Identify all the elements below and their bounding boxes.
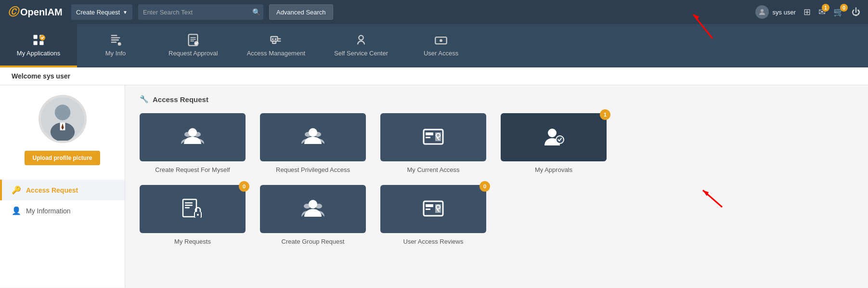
svg-point-23 bbox=[440, 39, 442, 42]
user-access-reviews-badge: 0 bbox=[479, 181, 490, 192]
card-label-user-access-reviews: User Access Reviews bbox=[403, 238, 464, 245]
info-icon bbox=[109, 33, 122, 47]
access-management-icon bbox=[269, 33, 283, 47]
grid-menu-button[interactable]: ⊞ bbox=[803, 7, 811, 17]
logo-text: OpenIAM bbox=[20, 7, 63, 18]
nav-item-my-info[interactable]: My Info bbox=[77, 24, 154, 67]
nav-item-user-access[interactable]: User Access bbox=[402, 24, 479, 67]
card-label-my-approvals: My Approvals bbox=[535, 166, 572, 173]
main-nav: My Applications My Info bbox=[0, 24, 868, 67]
advanced-search-button[interactable]: Advanced Search bbox=[269, 4, 333, 20]
person-group3-icon bbox=[299, 196, 326, 223]
service-icon bbox=[354, 33, 368, 47]
card-access2-icon bbox=[421, 196, 446, 222]
nav-label-self-service-center: Self Service Center bbox=[334, 50, 388, 57]
nav-label-my-applications: My Applications bbox=[17, 50, 60, 57]
svg-point-30 bbox=[184, 132, 191, 137]
power-button[interactable]: ⏻ bbox=[852, 7, 860, 17]
svg-rect-36 bbox=[426, 132, 433, 135]
nav-item-my-applications[interactable]: My Applications bbox=[0, 24, 77, 67]
card-box-my-current-access[interactable] bbox=[380, 113, 486, 161]
svg-point-25 bbox=[54, 105, 70, 120]
search-wrap: 🔍 bbox=[138, 4, 263, 20]
svg-point-34 bbox=[314, 132, 321, 137]
card-box-user-access-reviews[interactable]: 0 bbox=[380, 185, 486, 233]
svg-rect-8 bbox=[111, 39, 119, 40]
svg-point-0 bbox=[761, 9, 764, 12]
main-layout: Upload profile picture 🔑 Access Request … bbox=[0, 85, 868, 288]
svg-rect-18 bbox=[272, 38, 274, 40]
key-icon: 🔑 bbox=[12, 185, 21, 195]
mail-button[interactable]: ✉ 1 bbox=[818, 7, 826, 17]
svg-point-48 bbox=[197, 214, 199, 216]
logo: Ⓒ OpenIAM bbox=[8, 5, 65, 19]
svg-rect-16 bbox=[271, 37, 278, 41]
logo-icon: Ⓒ bbox=[8, 5, 18, 19]
topbar: Ⓒ OpenIAM Create Request ▼ 🔍 Advanced Se… bbox=[0, 0, 868, 24]
svg-point-31 bbox=[194, 132, 201, 137]
cards-grid: Create Request For Myself bbox=[140, 113, 854, 245]
upload-profile-picture-button[interactable]: Upload profile picture bbox=[25, 151, 100, 165]
sidebar-item-access-request[interactable]: 🔑 Access Request bbox=[0, 180, 125, 200]
svg-point-50 bbox=[304, 204, 311, 209]
card-box-my-requests[interactable]: 0 bbox=[140, 185, 246, 233]
my-approvals-badge: 1 bbox=[600, 109, 610, 120]
nav-item-self-service-center[interactable]: Self Service Center bbox=[320, 24, 402, 67]
svg-rect-4 bbox=[39, 41, 43, 45]
user-name: sys user bbox=[773, 9, 796, 16]
section-title-text: Access Request bbox=[153, 95, 208, 104]
svg-point-40 bbox=[548, 129, 557, 137]
nav-label-my-info: My Info bbox=[105, 50, 126, 57]
user-info: sys user bbox=[755, 5, 796, 19]
svg-rect-20 bbox=[278, 38, 281, 39]
svg-rect-44 bbox=[185, 205, 193, 206]
card-create-request-myself[interactable]: Create Request For Myself bbox=[140, 113, 246, 173]
svg-rect-7 bbox=[111, 37, 120, 38]
nav-item-request-approval[interactable]: Request Approval bbox=[154, 24, 233, 67]
svg-point-33 bbox=[305, 132, 311, 137]
nav-label-access-management: Access Management bbox=[247, 50, 305, 57]
card-create-group-request[interactable]: Create Group Request bbox=[260, 185, 366, 245]
svg-rect-54 bbox=[426, 209, 430, 210]
topbar-right: sys user ⊞ ✉ 1 🛒 0 ⏻ bbox=[755, 5, 860, 19]
person-group-icon bbox=[179, 124, 206, 151]
mail-badge: 1 bbox=[822, 4, 829, 12]
card-request-privileged-access[interactable]: Request Privileged Access bbox=[260, 113, 366, 173]
card-box-create-request-myself[interactable] bbox=[140, 113, 246, 161]
card-user-access-reviews[interactable]: 0 User Access Reviews bbox=[380, 185, 486, 245]
welcome-message: Welcome sys user bbox=[12, 72, 70, 80]
svg-rect-19 bbox=[275, 38, 277, 40]
svg-rect-13 bbox=[190, 39, 196, 39]
content: Welcome sys user Upload profile pict bbox=[0, 67, 868, 288]
create-request-button[interactable]: Create Request ▼ bbox=[71, 4, 132, 20]
my-requests-badge: 0 bbox=[239, 181, 249, 192]
svg-rect-37 bbox=[426, 137, 430, 138]
search-input[interactable] bbox=[138, 4, 263, 20]
cart-button[interactable]: 🛒 0 bbox=[833, 7, 844, 17]
card-label-create-request-myself: Create Request For Myself bbox=[155, 166, 230, 173]
sidebar-item-my-information[interactable]: 👤 My Information bbox=[0, 200, 125, 221]
person-icon: 👤 bbox=[12, 206, 21, 215]
svg-rect-3 bbox=[34, 41, 38, 45]
card-my-current-access[interactable]: My Current Access bbox=[380, 113, 486, 173]
sidebar-item-access-request-label: Access Request bbox=[26, 186, 78, 194]
svg-rect-9 bbox=[111, 41, 117, 42]
approval-icon bbox=[186, 33, 200, 47]
card-box-my-approvals[interactable]: 1 bbox=[501, 113, 607, 161]
card-box-request-privileged-access[interactable] bbox=[260, 113, 366, 161]
svg-rect-53 bbox=[426, 204, 433, 207]
upload-btn-label: Upload profile picture bbox=[32, 155, 92, 161]
welcome-bar: Welcome sys user bbox=[0, 67, 868, 85]
svg-point-22 bbox=[359, 35, 363, 39]
card-box-create-group-request[interactable] bbox=[260, 185, 366, 233]
nav-label-request-approval: Request Approval bbox=[168, 50, 218, 57]
nav-item-access-management[interactable]: Access Management bbox=[233, 24, 320, 67]
card-my-requests[interactable]: 0 My Requests bbox=[140, 185, 246, 245]
card-label-request-privileged-access: Request Privileged Access bbox=[276, 166, 350, 173]
sidebar: Upload profile picture 🔑 Access Request … bbox=[0, 85, 125, 288]
search-button[interactable]: 🔍 bbox=[252, 8, 260, 16]
card-my-approvals[interactable]: 1 My Approvals bbox=[501, 113, 607, 173]
apps-icon bbox=[32, 33, 45, 47]
user-access-icon bbox=[434, 33, 448, 47]
card-access-icon bbox=[421, 125, 446, 150]
